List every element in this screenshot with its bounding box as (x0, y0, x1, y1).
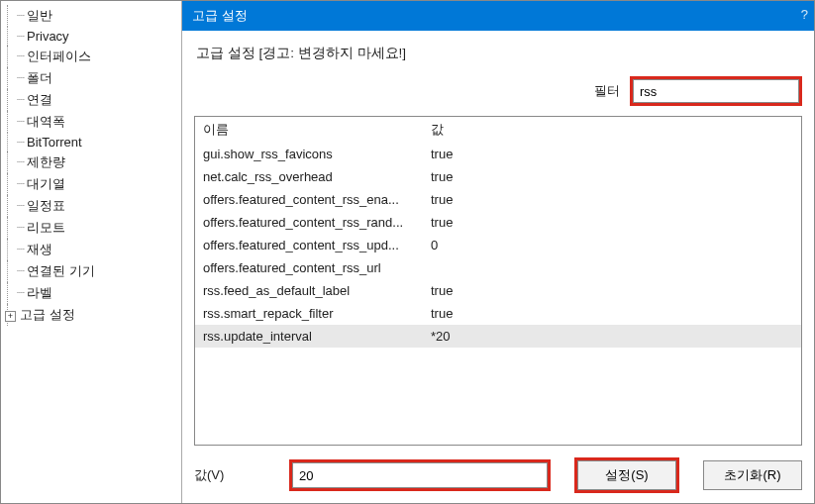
sidebar-item-scheduler[interactable]: ┈일정표 (1, 195, 181, 217)
cell-value: true (423, 213, 801, 232)
col-name[interactable]: 이름 (195, 117, 423, 143)
sidebar-item-remote[interactable]: ┈리모트 (1, 217, 181, 239)
cell-name: offers.featured_content_rss_upd... (195, 236, 423, 254)
sidebar-item-labels[interactable]: ┈라벨 (1, 282, 181, 304)
cell-name: rss.update_interval (195, 327, 423, 346)
sidebar-item-connection[interactable]: ┈연결 (1, 89, 181, 111)
sidebar-item-queue[interactable]: ┈대기열 (1, 173, 181, 195)
set-button[interactable]: 설정(S) (577, 460, 676, 490)
table-row[interactable]: rss.update_interval*20 (195, 325, 801, 348)
sidebar: ┈일반 ┈Privacy ┈인터페이스 ┈폴더 ┈연결 ┈대역폭 ┈BitTor… (1, 1, 182, 503)
table-row[interactable]: offers.featured_content_rss_rand...true (195, 211, 801, 234)
value-input[interactable] (292, 462, 548, 488)
cell-value: *20 (423, 327, 801, 346)
cell-name: offers.featured_content_rss_url (195, 258, 423, 277)
value-highlight (289, 459, 551, 491)
settings-list[interactable]: 이름 값 gui.show_rss_faviconstruenet.calc_r… (194, 116, 802, 446)
table-row[interactable]: net.calc_rss_overheadtrue (195, 165, 801, 188)
col-value[interactable]: 값 (423, 117, 801, 143)
table-row[interactable]: offers.featured_content_rss_ena...true (195, 188, 801, 211)
cell-name: rss.smart_repack_filter (195, 304, 423, 323)
warning-text: 고급 설정 [경고: 변경하지 마세요!] (196, 45, 800, 62)
filter-label: 필터 (594, 82, 620, 100)
sidebar-item-interface[interactable]: ┈인터페이스 (1, 46, 181, 67)
cell-name: offers.featured_content_rss_ena... (195, 190, 423, 209)
cell-value: true (423, 281, 801, 300)
cell-name: offers.featured_content_rss_rand... (195, 213, 423, 232)
main-panel: 고급 설정 ? 고급 설정 [경고: 변경하지 마세요!] 필터 이름 값 gu… (182, 1, 814, 503)
list-header: 이름 값 (195, 117, 801, 143)
titlebar: 고급 설정 ? (182, 1, 814, 31)
sidebar-item-limits[interactable]: ┈제한량 (1, 151, 181, 173)
reset-button[interactable]: 초기화(R) (703, 460, 802, 490)
expand-icon[interactable]: + (5, 311, 16, 322)
table-row[interactable]: offers.featured_content_rss_upd...0 (195, 234, 801, 256)
bottom-row: 값(V) 설정(S) 초기화(R) (194, 457, 802, 493)
cell-name: rss.feed_as_default_label (195, 281, 423, 300)
sidebar-item-bittorrent[interactable]: ┈BitTorrent (1, 133, 181, 151)
table-row[interactable]: rss.smart_repack_filtertrue (195, 302, 801, 325)
cell-value: 0 (423, 236, 801, 254)
filter-row: 필터 (194, 76, 802, 106)
sidebar-item-general[interactable]: ┈일반 (1, 5, 181, 27)
cell-name: net.calc_rss_overhead (195, 167, 423, 186)
sidebar-item-folder[interactable]: ┈폴더 (1, 67, 181, 89)
help-icon[interactable]: ? (801, 7, 808, 22)
sidebar-item-privacy[interactable]: ┈Privacy (1, 27, 181, 46)
cell-value: true (423, 167, 801, 186)
table-row[interactable]: offers.featured_content_rss_url (195, 256, 801, 279)
sidebar-item-playback[interactable]: ┈재생 (1, 239, 181, 260)
filter-highlight (630, 76, 802, 106)
cell-value: true (423, 190, 801, 209)
page-title: 고급 설정 (192, 7, 248, 25)
table-row[interactable]: gui.show_rss_faviconstrue (195, 143, 801, 165)
filter-input[interactable] (633, 79, 799, 103)
cell-value (423, 258, 801, 277)
table-row[interactable]: rss.feed_as_default_labeltrue (195, 279, 801, 302)
set-highlight: 설정(S) (574, 457, 679, 493)
value-label: 값(V) (194, 466, 265, 484)
sidebar-item-devices[interactable]: ┈연결된 기기 (1, 260, 181, 282)
sidebar-item-bandwidth[interactable]: ┈대역폭 (1, 111, 181, 133)
cell-value: true (423, 145, 801, 163)
settings-window: ┈일반 ┈Privacy ┈인터페이스 ┈폴더 ┈연결 ┈대역폭 ┈BitTor… (0, 0, 815, 504)
cell-name: gui.show_rss_favicons (195, 145, 423, 163)
content: 고급 설정 [경고: 변경하지 마세요!] 필터 이름 값 gui.show_r… (182, 31, 814, 503)
sidebar-item-advanced[interactable]: +고급 설정 (1, 304, 181, 326)
cell-value: true (423, 304, 801, 323)
